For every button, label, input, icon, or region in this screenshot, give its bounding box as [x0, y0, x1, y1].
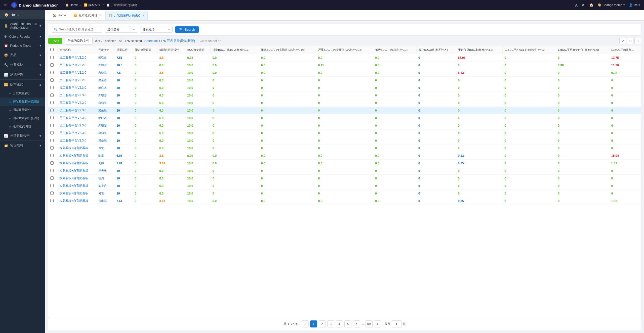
row-check-10[interactable] [50, 131, 54, 134]
row-checkbox-2[interactable] [48, 69, 57, 77]
col-code-verify[interactable]: 编码自验证得分 [157, 46, 185, 54]
name-link-12[interactable]: 放养看板+自育肥看板 [59, 146, 88, 150]
sidebar-test-report-header[interactable]: 📊 测试报告 ▾ [0, 70, 45, 79]
col-ratio1[interactable]: 提测BUG占比1/1.2(标准:<0.1) [211, 46, 259, 54]
row-checkbox-5[interactable] [48, 92, 57, 99]
sidebar-version-header[interactable]: 🔀 版本迭代 ▴ [0, 80, 45, 89]
col-kloc[interactable]: 千行代码BUG率(标准:<=3.2) [456, 46, 502, 54]
row-check-0[interactable] [50, 56, 54, 59]
icon-close[interactable]: ✕ [582, 3, 585, 7]
prev-page-btn[interactable]: ‹ [302, 320, 309, 327]
developer-select[interactable]: 开发姓名 [140, 26, 173, 33]
name-link-0[interactable]: 员工服务平台V2.2.0 [59, 56, 86, 59]
refresh-icon-btn[interactable]: ↺ [619, 38, 626, 44]
next-page-btn[interactable]: › [374, 320, 381, 327]
name-link-11[interactable]: 员工服务平台V2.3.0 [59, 139, 86, 142]
goto-input[interactable] [392, 320, 402, 327]
page-2-btn[interactable]: 2 [319, 320, 326, 327]
row-checkbox-1[interactable] [48, 62, 57, 69]
row-check-19[interactable] [50, 199, 54, 202]
columns-icon-btn[interactable]: ⊞ [634, 38, 641, 44]
row-check-17[interactable] [50, 184, 54, 187]
row-checkbox-13[interactable] [48, 152, 57, 160]
name-link-15[interactable]: 放养看板+自育肥看板 [59, 169, 88, 172]
tab-version-close[interactable]: ✕ [99, 14, 101, 17]
sidebar-item-test-quality-new[interactable]: ○ 测试质量得分(新版) [0, 114, 45, 122]
row-checkbox-3[interactable] [48, 77, 57, 84]
row-check-6[interactable] [50, 101, 54, 104]
row-check-4[interactable] [50, 86, 54, 89]
row-checkbox-18[interactable] [48, 190, 57, 197]
row-check-7[interactable] [50, 109, 54, 112]
version-select[interactable]: 迭代名称 [105, 26, 137, 33]
select-all-link[interactable]: Select all 1176 开发质量得分(新版) [144, 39, 195, 43]
sidebar-project-header[interactable]: 📁 项目信息 ▾ [0, 141, 45, 150]
name-link-18[interactable]: 放养看板+自育肥看板 [59, 192, 88, 195]
export-button[interactable]: 导出为CSV文件 [65, 37, 93, 44]
row-check-18[interactable] [50, 192, 54, 195]
row-check-2[interactable] [50, 71, 54, 74]
clear-link[interactable]: Clear selection [199, 39, 221, 43]
select-all-checkbox[interactable] [50, 48, 54, 51]
col-bug-fix[interactable]: BUG修复得分 [185, 46, 210, 54]
tab-home[interactable]: 🏠 Home [49, 11, 69, 20]
user-menu[interactable]: 👤 fcc ▾ [629, 3, 640, 7]
row-checkbox-7[interactable] [48, 107, 57, 114]
col-l2[interactable]: L2BUG平均修复时间(标准:<=6.0) [556, 46, 609, 54]
name-link-6[interactable]: 员工服务平台V2.3.0 [59, 101, 86, 105]
page-59-btn[interactable]: 59 [366, 320, 373, 327]
row-checkbox-6[interactable] [48, 99, 57, 107]
col-ability[interactable]: 能力建设得分 [133, 46, 157, 54]
row-check-15[interactable] [50, 169, 54, 172]
change-theme-btn[interactable]: 🎨 Change theme ▾ [598, 3, 625, 7]
search-input[interactable] [52, 26, 102, 33]
row-checkbox-16[interactable] [48, 175, 57, 182]
search-button[interactable]: 🔍 Search [175, 26, 199, 33]
row-checkbox-9[interactable] [48, 122, 57, 129]
col-dev[interactable]: 开发者名 [96, 46, 114, 54]
sidebar-home[interactable]: 🏠 Home [0, 10, 45, 19]
name-link-4[interactable]: 员工服务平台V2.3.0 [59, 86, 86, 89]
breadcrumb-home[interactable]: 🏠 Home [64, 3, 79, 7]
icon-a[interactable]: A [575, 3, 578, 7]
icon-home[interactable]: 🏠 [589, 3, 594, 7]
page-6-btn[interactable]: 6 [353, 320, 360, 327]
sidebar-public-header[interactable]: 🔧 公共模块 ▾ [0, 60, 45, 70]
name-link-16[interactable]: 放养看板+自育肥看板 [59, 176, 88, 180]
tab-version[interactable]: 🔀 版本迭代明细 ✕ [70, 11, 104, 20]
col-ratio2[interactable]: 阻塞BUG占比(实际值)(标准:<=0.05) [259, 46, 316, 54]
row-check-12[interactable] [50, 146, 54, 150]
hamburger-btn[interactable]: ≡ [4, 0, 9, 10]
filter-icon-btn[interactable]: ⊟ [627, 38, 633, 44]
sidebar-item-dev-quality[interactable]: ○ 开发质量得分 [0, 89, 45, 98]
row-check-11[interactable] [50, 139, 54, 142]
row-check-16[interactable] [50, 176, 54, 180]
name-link-13[interactable]: 放养看板+自育肥看板 [59, 154, 88, 157]
sidebar-product-header[interactable]: 📦 产品 ▾ [0, 50, 45, 60]
page-4-btn[interactable]: 4 [336, 320, 343, 327]
name-link-8[interactable]: 员工服务平台V2.3.0 [59, 116, 86, 120]
name-link-9[interactable]: 员工服务平台V2.3.0 [59, 124, 86, 127]
row-checkbox-14[interactable] [48, 160, 57, 167]
row-checkbox-10[interactable] [48, 129, 57, 137]
sidebar-periodic-header[interactable]: ⏰ Periodic Tasks ▾ [0, 41, 45, 50]
tab-quality-close[interactable]: ✕ [142, 14, 144, 17]
col-name[interactable]: 迭代名称 [57, 46, 96, 54]
row-check-9[interactable] [50, 124, 54, 127]
row-checkbox-17[interactable] [48, 182, 57, 190]
row-check-1[interactable] [50, 63, 54, 67]
name-link-19[interactable]: 放养看板+自育肥看板 [59, 199, 88, 203]
breadcrumb-current[interactable]: 📋 开发质量得分(新版) [105, 3, 138, 8]
sidebar-shen-header[interactable]: 📈 神道数据报告 ▾ [0, 131, 45, 140]
col-low-bug[interactable]: 低级BUG占比(标准:<=0.1) [373, 46, 416, 54]
row-check-5[interactable] [50, 93, 54, 97]
sidebar-item-test-quality[interactable]: ○ 测试质量得分 [0, 106, 45, 114]
row-checkbox-11[interactable] [48, 137, 57, 145]
breadcrumb-version[interactable]: 🔀 版本迭代 [82, 3, 102, 8]
name-link-2[interactable]: 员工服务平台V2.2.0 [59, 71, 86, 74]
sidebar-auth-header[interactable]: 🔒 Authentication and Authorization ▾ [0, 19, 45, 32]
row-checkbox-0[interactable] [48, 54, 57, 62]
name-link-7[interactable]: 员工服务平台V2.3.0 [59, 109, 86, 112]
sidebar-item-version-detail[interactable]: ○ 版本迭代明细 [0, 122, 45, 131]
row-checkbox-15[interactable] [48, 167, 57, 175]
